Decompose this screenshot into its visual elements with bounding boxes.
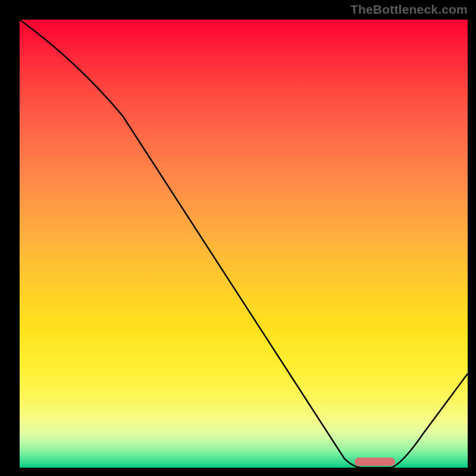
chart-plot-area	[20, 20, 468, 468]
optimal-zone-marker	[355, 458, 395, 466]
chart-svg	[20, 20, 468, 468]
bottleneck-curve-line	[20, 20, 468, 468]
attribution-text: TheBottleneck.com	[350, 2, 468, 17]
